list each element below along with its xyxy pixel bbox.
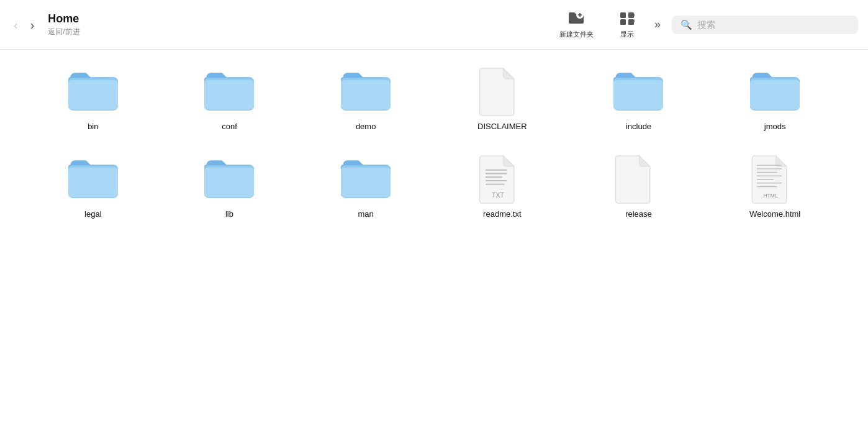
svg-text:TXT: TXT [492,191,504,198]
file-item-DISCLAIMER[interactable]: DISCLAIMER [434,62,571,137]
file-name-lib: lib [225,209,233,220]
file-icon-man [341,155,391,204]
view-button[interactable]: 显示 [606,7,648,43]
file-icon-DISCLAIMER [477,67,527,117]
file-icon-demo [341,67,391,117]
file-item-readme.txt[interactable]: TXT readme.txt [434,150,571,225]
toolbar: ‹ › Home 返回/前进 新建文件夹 [0,0,868,50]
search-bar: 🔍 [672,16,858,34]
toolbar-actions: 新建文件夹 显示 » 🔍 [547,7,858,43]
title-block: Home 返回/前进 [48,12,79,37]
file-item-jmods[interactable]: jmods [707,62,843,137]
file-name-readme.txt: readme.txt [483,209,521,220]
file-icon-Welcome.html: HTML [750,155,800,204]
file-icon-readme.txt: TXT [477,155,527,204]
nav-hint: 返回/前进 [48,27,79,37]
new-folder-label: 新建文件夹 [559,30,594,39]
file-icon-lib [204,155,254,204]
view-icon [618,11,636,28]
file-name-release: release [625,209,652,220]
file-name-include: include [626,122,651,132]
svg-rect-4 [628,12,634,18]
file-icon-release [613,155,663,204]
file-name-Welcome.html: Welcome.html [749,209,800,220]
file-name-legal: legal [84,209,101,220]
file-icon-include [613,67,663,117]
file-name-man: man [358,209,374,220]
file-icon-conf [204,67,254,117]
file-item-release[interactable]: release [571,150,707,225]
page-title: Home [48,12,79,25]
file-name-jmods: jmods [764,122,786,132]
more-button[interactable]: » [648,13,667,36]
file-grid: bin conf demo DISCLAIMER in [0,50,868,237]
file-item-conf[interactable]: conf [161,62,298,137]
file-item-demo[interactable]: demo [297,62,434,137]
file-icon-jmods [750,67,800,117]
file-item-man[interactable]: man [297,150,434,225]
file-item-Welcome.html[interactable]: HTML Welcome.html [707,150,843,225]
new-folder-icon [567,11,585,28]
file-name-demo: demo [356,122,376,132]
svg-text:HTML: HTML [764,192,779,198]
forward-button[interactable]: › [27,16,38,34]
file-name-conf: conf [222,122,237,132]
file-item-lib[interactable]: lib [161,150,298,225]
back-button[interactable]: ‹ [10,16,22,34]
file-item-include[interactable]: include [571,62,707,137]
file-icon-legal [68,155,118,204]
file-item-legal[interactable]: legal [25,150,161,225]
nav-buttons: ‹ › [10,16,38,34]
file-name-DISCLAIMER: DISCLAIMER [477,122,527,132]
search-icon: 🔍 [680,19,692,30]
file-name-bin: bin [88,122,98,132]
search-input[interactable] [697,19,849,30]
file-item-bin[interactable]: bin [25,62,161,137]
new-folder-button[interactable]: 新建文件夹 [547,7,606,43]
file-icon-bin [68,67,118,117]
view-label: 显示 [620,30,634,39]
svg-rect-5 [620,19,626,25]
svg-rect-3 [620,12,626,18]
